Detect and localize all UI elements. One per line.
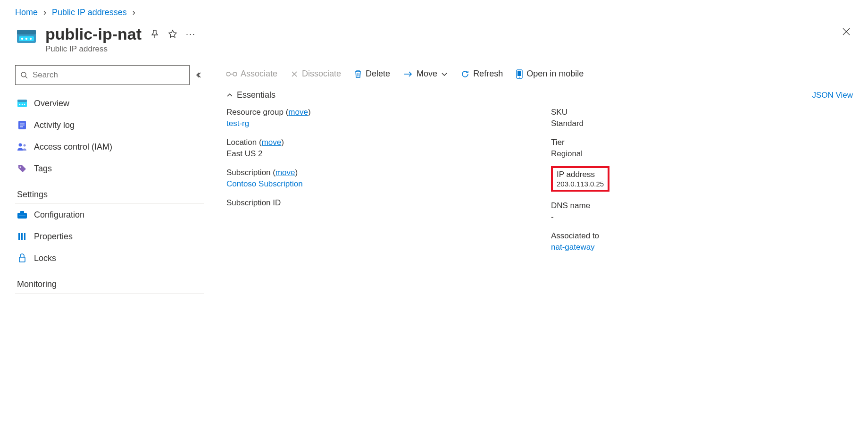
refresh-button[interactable]: Refresh: [461, 69, 503, 79]
sidebar-item-label: Configuration: [34, 210, 84, 220]
properties-icon: [17, 231, 27, 242]
svg-point-17: [24, 144, 26, 147]
chevron-up-icon: [226, 93, 233, 98]
sidebar-item-label: Tags: [34, 164, 52, 174]
mobile-icon: [516, 69, 523, 79]
svg-point-28: [519, 76, 520, 77]
page-title: public-ip-nat: [45, 25, 142, 43]
move-button[interactable]: Move: [403, 69, 448, 79]
public-ip-resource-icon: [15, 25, 38, 48]
svg-point-9: [19, 104, 21, 105]
svg-rect-13: [20, 123, 25, 124]
subscription-link[interactable]: Contoso Subscription: [226, 179, 528, 189]
sidebar-item-access-control[interactable]: Access control (IAM): [15, 136, 204, 158]
field-label-subscription-id: Subscription ID: [226, 198, 528, 208]
open-mobile-button[interactable]: Open in mobile: [516, 69, 584, 79]
overview-icon: [17, 98, 27, 109]
dissociate-icon: [291, 70, 298, 78]
sidebar-item-label: Locks: [34, 253, 56, 263]
sidebar-section-settings: Settings: [15, 183, 204, 204]
svg-rect-22: [18, 233, 20, 240]
field-label-associated-to: Associated to: [551, 231, 853, 241]
chevron-right-icon: ›: [133, 8, 135, 17]
svg-rect-21: [19, 215, 25, 215]
search-input[interactable]: [32, 70, 184, 80]
page-subtitle: Public IP address: [45, 44, 196, 54]
associated-to-link[interactable]: nat-gateway: [551, 243, 853, 252]
sidebar-item-label: Properties: [34, 232, 73, 242]
breadcrumb-home[interactable]: Home: [15, 8, 38, 17]
sidebar-item-overview[interactable]: Overview: [15, 93, 204, 114]
svg-rect-19: [17, 213, 27, 219]
close-icon[interactable]: [840, 25, 853, 38]
svg-rect-20: [20, 211, 24, 213]
svg-rect-23: [21, 233, 23, 240]
svg-point-6: [21, 72, 26, 77]
delete-button[interactable]: Delete: [354, 69, 390, 79]
resource-group-link[interactable]: test-rg: [226, 119, 528, 128]
svg-point-11: [24, 104, 25, 105]
svg-point-10: [22, 104, 23, 105]
collapse-sidebar-icon[interactable]: [195, 71, 204, 79]
breadcrumb-parent[interactable]: Public IP addresses: [52, 8, 127, 17]
svg-rect-8: [17, 100, 27, 102]
svg-rect-15: [20, 126, 23, 127]
configuration-icon: [17, 210, 27, 220]
sidebar-item-properties[interactable]: Properties: [15, 226, 204, 247]
field-label-location: Location (move): [226, 138, 528, 147]
sidebar-section-monitoring: Monitoring: [15, 273, 204, 294]
move-link[interactable]: move: [262, 138, 282, 147]
dns-name-value: -: [551, 212, 853, 222]
star-icon[interactable]: [168, 29, 177, 39]
refresh-icon: [461, 70, 469, 78]
essentials-toggle[interactable]: Essentials: [226, 90, 275, 100]
chevron-down-icon: [441, 72, 448, 76]
sidebar-item-label: Activity log: [34, 120, 75, 130]
svg-rect-14: [20, 125, 25, 126]
svg-point-5: [30, 38, 32, 40]
field-label-subscription: Subscription (move): [226, 168, 528, 177]
field-label-dns-name: DNS name: [551, 201, 853, 210]
sidebar-item-activity-log[interactable]: Activity log: [15, 114, 204, 136]
svg-point-3: [21, 38, 23, 40]
sidebar: Overview Activity log Access control (IA…: [15, 65, 204, 294]
move-icon: [403, 71, 413, 77]
access-control-icon: [17, 142, 27, 152]
associate-button: Associate: [226, 69, 277, 79]
activity-log-icon: [17, 120, 27, 130]
field-label-resource-group: Resource group (move): [226, 108, 528, 117]
json-view-link[interactable]: JSON View: [812, 91, 853, 100]
tags-icon: [17, 163, 27, 174]
locks-icon: [17, 253, 27, 263]
dissociate-button: Dissociate: [291, 69, 341, 79]
location-value: East US 2: [226, 149, 528, 159]
associate-icon: [226, 70, 237, 78]
sidebar-item-locks[interactable]: Locks: [15, 247, 204, 269]
chevron-right-icon: ›: [43, 8, 46, 17]
toolbar: Associate Dissociate Delete: [226, 65, 853, 90]
sidebar-item-label: Overview: [34, 99, 69, 109]
svg-rect-25: [19, 257, 25, 262]
svg-rect-27: [517, 71, 521, 76]
move-link[interactable]: move: [275, 168, 295, 177]
svg-rect-24: [24, 233, 25, 240]
breadcrumb: Home › Public IP addresses ›: [15, 8, 853, 17]
main-content: Associate Dissociate Delete: [226, 65, 853, 294]
tier-value: Regional: [551, 149, 853, 159]
field-label-tier: Tier: [551, 138, 853, 147]
svg-rect-1: [17, 30, 36, 34]
ip-address-value: 203.0.113.0.25: [557, 180, 604, 188]
search-input-wrapper[interactable]: [15, 65, 190, 85]
sidebar-item-tags[interactable]: Tags: [15, 158, 204, 179]
more-icon[interactable]: ···: [186, 29, 196, 39]
svg-point-4: [25, 38, 27, 40]
move-link[interactable]: move: [288, 108, 308, 117]
sidebar-item-configuration[interactable]: Configuration: [15, 204, 204, 226]
pin-icon[interactable]: [150, 29, 159, 39]
field-label-sku: SKU: [551, 108, 853, 117]
sidebar-item-label: Access control (IAM): [34, 142, 112, 152]
search-icon: [20, 71, 28, 79]
svg-point-18: [20, 167, 21, 168]
svg-point-16: [19, 143, 22, 147]
field-label-ip-address: IP address: [557, 170, 604, 179]
